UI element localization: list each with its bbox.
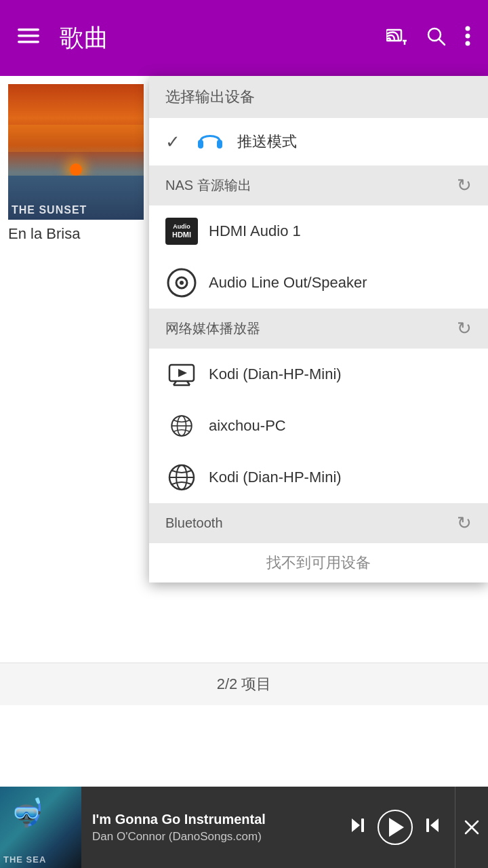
sun-graphic	[70, 163, 82, 176]
media-refresh-icon[interactable]: ↻	[457, 318, 472, 339]
aixchou-label: aixchou-PC	[209, 417, 286, 435]
main-content: THE SUNSET En la Brisa 选择输出设备 ✓ 推送模式 NAS…	[0, 76, 488, 787]
hdmi-audio-item[interactable]: Audio HDMI HDMI Audio 1	[149, 205, 488, 257]
push-mode-label: 推送模式	[237, 132, 297, 152]
now-playing-artist: Dan O'Connor (DanoSongs.com)	[92, 830, 333, 844]
svg-point-15	[180, 281, 184, 285]
svg-rect-27	[361, 818, 364, 832]
kodi-2-label: Kodi (Dian-HP-Mini)	[209, 469, 342, 486]
stream-icon-3	[165, 461, 198, 494]
song-thumbnail: THE SUNSET	[8, 84, 144, 220]
bluetooth-section-header: Bluetooth ↻	[149, 503, 488, 543]
page-title: 歌曲	[60, 22, 380, 55]
item-count-label: 2/2 项目	[217, 675, 272, 692]
now-playing-thumbnail[interactable]: 🤿 THE SEA	[0, 787, 81, 868]
nas-refresh-icon[interactable]: ↻	[457, 175, 472, 196]
kodi-1-label: Kodi (Dian-HP-Mini)	[209, 366, 342, 383]
svg-rect-1	[18, 35, 39, 37]
media-section-header: 网络媒体播放器 ↻	[149, 309, 488, 349]
stream-icon-2	[165, 410, 198, 442]
svg-rect-0	[18, 28, 39, 31]
stream-icon-1	[165, 358, 198, 391]
svg-rect-29	[426, 818, 429, 832]
svg-point-8	[466, 26, 470, 31]
play-button[interactable]	[378, 810, 413, 845]
svg-rect-11	[198, 140, 203, 149]
svg-marker-26	[352, 818, 360, 832]
header-actions	[380, 19, 477, 58]
menu-icon[interactable]	[11, 18, 46, 58]
more-options-button[interactable]	[458, 19, 477, 58]
play-icon	[389, 818, 404, 837]
search-button[interactable]	[419, 19, 453, 58]
bluetooth-refresh-icon[interactable]: ↻	[457, 513, 472, 534]
svg-rect-12	[217, 140, 222, 149]
svg-point-10	[466, 41, 470, 45]
now-playing-title: I'm Gonna Go Instrumental	[92, 812, 333, 827]
svg-line-7	[439, 39, 445, 45]
svg-point-9	[466, 33, 470, 38]
dropdown-title: 选择输出设备	[149, 76, 488, 118]
speaker-icon	[165, 267, 198, 299]
song-card[interactable]: THE SUNSET En la Brisa	[8, 84, 150, 243]
headphone-icon	[194, 127, 226, 156]
playback-controls	[344, 810, 455, 846]
thumbnail-label: THE SUNSET	[12, 204, 87, 216]
previous-button[interactable]	[344, 810, 375, 846]
kodi-item-2[interactable]: Kodi (Dian-HP-Mini)	[149, 452, 488, 503]
bluetooth-section-label: Bluetooth	[165, 515, 223, 531]
now-playing-thumb-label: THE SEA	[3, 854, 46, 865]
status-bar: 2/2 项目	[0, 663, 488, 705]
no-device-label: 找不到可用设备	[266, 553, 371, 573]
cast-button[interactable]	[380, 20, 413, 56]
app-header: 歌曲	[0, 0, 488, 76]
media-section-label: 网络媒体播放器	[165, 319, 260, 338]
no-device-item: 找不到可用设备	[149, 543, 488, 583]
line-out-item[interactable]: Audio Line Out/Speaker	[149, 257, 488, 309]
nas-section-header: NAS 音源输出 ↻	[149, 165, 488, 205]
check-icon: ✓	[165, 132, 186, 153]
kodi-item-1[interactable]: Kodi (Dian-HP-Mini)	[149, 349, 488, 400]
next-button[interactable]	[415, 810, 447, 846]
output-device-dropdown: 选择输出设备 ✓ 推送模式 NAS 音源输出 ↻ Audio	[149, 76, 488, 583]
now-playing-bar: 🤿 THE SEA I'm Gonna Go Instrumental Dan …	[0, 787, 488, 868]
song-name: En la Brisa	[8, 225, 150, 243]
now-playing-info: I'm Gonna Go Instrumental Dan O'Connor (…	[81, 812, 344, 844]
nas-section-label: NAS 音源输出	[165, 176, 251, 195]
svg-rect-2	[18, 41, 39, 43]
hdmi-icon: Audio HDMI	[165, 215, 198, 248]
push-mode-item[interactable]: ✓ 推送模式	[149, 118, 488, 165]
hdmi-audio-label: HDMI Audio 1	[209, 222, 301, 240]
close-button[interactable]	[455, 787, 488, 868]
line-out-label: Audio Line Out/Speaker	[209, 274, 367, 292]
diver-icon: 🤿	[10, 797, 44, 829]
svg-marker-28	[430, 818, 439, 832]
aixchou-item[interactable]: aixchou-PC	[149, 400, 488, 452]
